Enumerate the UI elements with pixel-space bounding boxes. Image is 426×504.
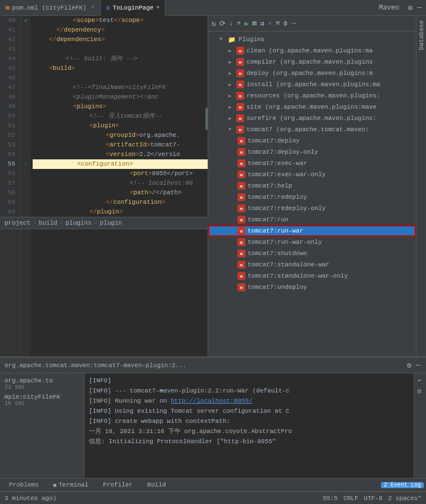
maven-run-icon[interactable]: ▶ (243, 18, 250, 29)
tree-tomcat7-standalone-war[interactable]: m tomcat7:standalone-war (208, 259, 416, 270)
status-right: 55:5 CRLF UTF-8 2 spaces* (323, 495, 421, 502)
tree-install[interactable]: ▶ m install (org.apache.maven.plugins:ma (208, 79, 416, 90)
maven-refresh-icon[interactable]: ↻ (210, 18, 217, 29)
tab-terminal[interactable]: ▣ Terminal (47, 477, 95, 493)
tree-t7-deploy-label: tomcat7:deploy (248, 137, 299, 144)
maven-icon-t7-run-war-only: m (237, 238, 245, 246)
code-line-55: <configuration> (33, 159, 208, 169)
code-line-42: </dependencies> (33, 35, 208, 44)
tree-site[interactable]: ▶ m site (org.apache.maven.plugins:mave (208, 101, 416, 113)
tree-surefire[interactable]: ▶ m surefire (org.apache.maven.plugins: (208, 113, 416, 124)
tree-resources[interactable]: ▶ m resources (org.apache.maven.plugins: (208, 90, 416, 101)
bottom-wrap-icon[interactable]: ↩ (416, 376, 424, 385)
tree-tomcat7[interactable]: ▼ m tomcat7 (org.apache.tomcat.maven: (208, 124, 416, 135)
maven-arrows-icon[interactable]: ⇉ (259, 18, 266, 29)
tab-profiler[interactable]: Profiler (96, 477, 140, 493)
maven-lightning-icon[interactable]: ⚡ (267, 18, 273, 29)
tab-login[interactable]: c ToLoginPage ▼ (101, 0, 166, 16)
tab-pom[interactable]: m pom.xml (cityFileFK) × (0, 0, 101, 16)
maven-download-icon[interactable]: ↓ (228, 18, 235, 29)
gear-icon[interactable]: ⚙ (407, 2, 414, 14)
maven-reimport-icon[interactable]: ⟳ (218, 18, 227, 29)
tree-clean[interactable]: ▶ m clean (org.apache.maven.plugins:ma (208, 45, 416, 56)
tree-tomcat7-run-war[interactable]: m tomcat7:run-war (208, 225, 416, 237)
tree-tomcat7-help[interactable]: m tomcat7:help (208, 180, 416, 191)
gutter-44 (21, 54, 30, 64)
status-indent: 2 spaces* (388, 495, 421, 502)
maven-toolbar-icons: ⚙ — (403, 2, 426, 14)
tree-resources-label: resources (org.apache.maven.plugins: (246, 92, 380, 99)
log-line-2: [INFO] --- tomcat7-maven-plugin:2.2:run-… (89, 386, 409, 396)
tree-tomcat7-deploy-only[interactable]: m tomcat7:deploy-only (208, 146, 416, 158)
maven-add-icon[interactable]: + (236, 18, 243, 29)
maven-icon-t7-run-war: m (237, 227, 245, 235)
tree-tomcat7-exec-war[interactable]: m tomcat7:exec-war (208, 158, 416, 169)
event-log-badge[interactable]: 2 Event Log (381, 482, 424, 488)
bottom-minimize-icon[interactable]: — (415, 360, 421, 371)
maven-arrow-right-icon[interactable]: → (290, 18, 297, 29)
status-bar: 3 minutes ago) 55:5 CRLF UTF-8 2 spaces* (0, 492, 426, 504)
maven-equals-icon[interactable]: ≑ (282, 18, 289, 29)
terminal-icon: ▣ (53, 482, 56, 488)
bottom-settings-icon[interactable]: ⚙ (406, 360, 412, 371)
localhost-link[interactable]: http://localhost:8055/ (171, 398, 252, 404)
breadcrumb-build: build (39, 220, 57, 226)
maven-m-icon[interactable]: m (251, 18, 258, 29)
maven-icon-clean: m (236, 47, 244, 55)
status-position: 55:5 (323, 495, 338, 502)
editor-scrollbar[interactable] (205, 108, 208, 130)
maven-icon-t7-exec-war-only: m (237, 171, 245, 179)
expand-tomcat7: ▼ (228, 127, 236, 132)
bottom-sidebar-item-1[interactable]: org.apache.to 21 sec (0, 376, 84, 392)
sidebar-item-1-count: 21 sec (5, 384, 79, 390)
line-num-49: 49 (0, 102, 17, 111)
tree-tomcat7-undeploy[interactable]: m tomcat7:undeploy (208, 282, 416, 293)
code-line-40: <scope>test</scope> (33, 16, 208, 25)
tab-problems[interactable]: Problems (2, 477, 46, 493)
bottom-tab-right: 2 Event Log (381, 482, 424, 488)
maven-align-icon[interactable]: ≡ (275, 18, 281, 29)
expand-surefire: ▶ (228, 115, 236, 122)
tree-t7-exec-war-only-label: tomcat7:exec-war-only (248, 171, 326, 178)
maven-icon-install: m (236, 81, 244, 88)
tree-tomcat7-standalone-war-only[interactable]: m tomcat7:standalone-war-only (208, 270, 416, 282)
tree-deploy[interactable]: ▶ m deploy (org.apache.maven.plugins:m (208, 68, 416, 79)
bottom-tabs-bar: Problems ▣ Terminal Profiler Build 2 Eve… (0, 478, 426, 492)
maven-icon-t7-standalone-war: m (237, 261, 245, 269)
bottom-sidebar-item-2[interactable]: mple:cityFileFK 16 sec (0, 392, 84, 408)
maven-toolbar: ↻ ⟳ ↓ + ▶ m ⇉ ⚡ ≡ ≑ → (208, 16, 416, 32)
maven-icon-t7-redeploy: m (237, 193, 245, 201)
bottom-side-icons: ↩ ⊟ (414, 373, 426, 493)
status-time-ago: 3 minutes ago) (5, 495, 56, 502)
tab-build[interactable]: Build (141, 477, 173, 493)
bottom-sidebar: org.apache.to 21 sec mple:cityFileFK 16 … (0, 373, 84, 493)
bottom-log: [INFO] [INFO] --- tomcat7-maven-plugin:2… (84, 373, 414, 493)
tree-tomcat7-deploy[interactable]: m tomcat7:deploy (208, 135, 416, 146)
tree-t7-standalone-war-only-label: tomcat7:standalone-war-only (248, 273, 348, 279)
status-line-ending: CRLF (343, 495, 358, 502)
line-num-44: 44 (0, 54, 17, 64)
tab-dropdown-icon[interactable]: ▼ (156, 5, 159, 11)
minimize-icon[interactable]: — (416, 2, 423, 13)
tree-plugins-folder[interactable]: ▼ 📁 Plugins (208, 34, 416, 45)
tree-tomcat7-shutdown[interactable]: m tomcat7:shutdown (208, 248, 416, 259)
tree-tomcat7-exec-war-only[interactable]: m tomcat7:exec-war-only (208, 169, 416, 180)
tree-tomcat7-run-war-only[interactable]: m tomcat7:run-war-only (208, 237, 416, 248)
maven-icon-surefire: m (236, 114, 244, 122)
tree-tomcat7-redeploy-only[interactable]: m tomcat7:redeploy-only (208, 203, 416, 214)
gutter-47 (21, 83, 30, 92)
expand-resources: ▶ (228, 93, 236, 99)
gutter-50 (21, 111, 30, 121)
database-tab-label[interactable]: Database (417, 16, 426, 55)
tab-pom-close[interactable]: × (91, 5, 95, 11)
bottom-filter-icon[interactable]: ⊟ (416, 386, 424, 396)
tree-tomcat7-run[interactable]: m tomcat7:run (208, 214, 416, 225)
log-line-3: [INFO] Running war on http://localhost:8… (89, 396, 409, 406)
tree-tomcat7-redeploy[interactable]: m tomcat7:redeploy (208, 191, 416, 203)
tree-surefire-label: surefire (org.apache.maven.plugins: (246, 115, 376, 122)
tree-compiler[interactable]: ▶ m compiler (org.apache.maven.plugins (208, 56, 416, 68)
gutter-check-40: ✔ (21, 16, 30, 25)
tree-t7-run-war-only-label: tomcat7:run-war-only (248, 239, 322, 246)
tab-terminal-label: Terminal (59, 481, 88, 488)
bottom-panel-title: org.apache.tomcat.maven:tomcat7-maven-pl… (5, 362, 186, 369)
